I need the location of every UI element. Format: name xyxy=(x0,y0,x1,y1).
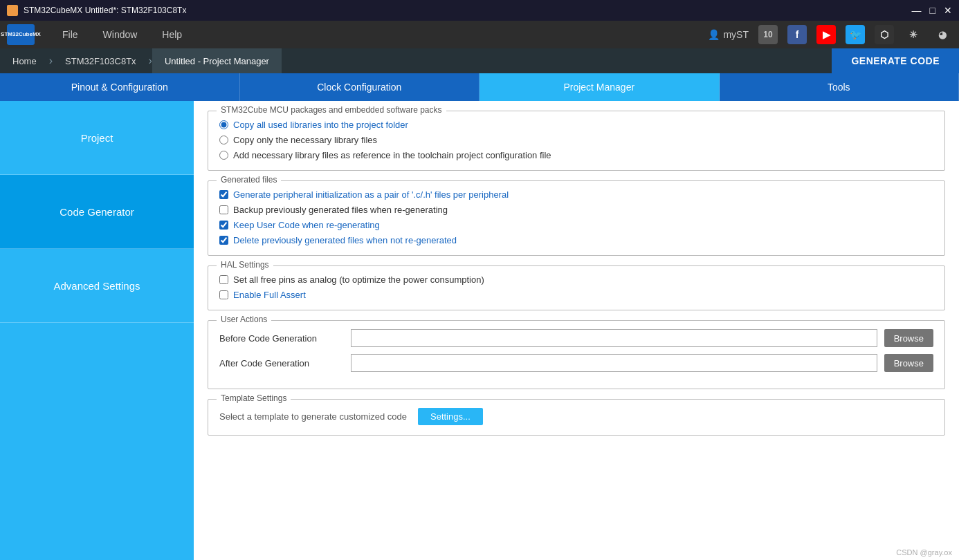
gen-check-3-row: Keep User Code when re-generating xyxy=(219,220,933,230)
sidebar-item-codegen[interactable]: Code Generator xyxy=(0,175,194,249)
myst-button[interactable]: 👤 myST xyxy=(708,29,749,40)
gen-check-1-label: Generate peripheral initialization as a … xyxy=(233,189,509,200)
extra-icon[interactable]: ◕ xyxy=(933,25,952,44)
before-codegen-label: Before Code Generation xyxy=(219,333,344,344)
github-icon[interactable]: ⬡ xyxy=(875,25,894,44)
mcu-radio-2[interactable] xyxy=(219,136,228,144)
watermark: CSDN @gray.ox xyxy=(896,548,952,557)
menu-help[interactable]: Help xyxy=(151,26,193,44)
user-actions-title: User Actions xyxy=(217,315,271,324)
user-icon: 👤 xyxy=(708,29,720,40)
breadcrumb-home[interactable]: Home xyxy=(0,48,49,73)
gen-check-3-label: Keep User Code when re-generating xyxy=(233,220,380,230)
hal-check-2-row: Enable Full Assert xyxy=(219,290,933,300)
hal-section-title: HAL Settings xyxy=(217,260,273,270)
menu-bar: STM32 CubeMX File Window Help 👤 myST 10 … xyxy=(0,21,959,48)
before-browse-button[interactable]: Browse xyxy=(884,329,933,347)
generated-files-section: Generated files Generate peripheral init… xyxy=(208,180,945,256)
before-codegen-input[interactable] xyxy=(351,329,877,347)
main-layout: Project Code Generator Advanced Settings… xyxy=(0,101,959,560)
hal-checkbox-2[interactable] xyxy=(219,290,228,299)
gen-check-4-row: Delete previously generated files when n… xyxy=(219,235,933,245)
hal-check-1-row: Set all free pins as analog (to optimize… xyxy=(219,274,933,285)
template-settings-title: Template Settings xyxy=(217,393,291,403)
mcu-radio-1[interactable] xyxy=(219,120,228,129)
after-browse-button[interactable]: Browse xyxy=(884,354,933,372)
generate-code-button[interactable]: GENERATE CODE xyxy=(832,48,959,73)
gen-checkbox-1[interactable] xyxy=(219,190,228,199)
version-icon: 10 xyxy=(758,25,778,44)
sidebar-advanced-label: Advanced Settings xyxy=(53,280,140,292)
after-codegen-input[interactable] xyxy=(351,354,877,372)
gen-check-1-row: Generate peripheral initialization as a … xyxy=(219,189,933,200)
sidebar: Project Code Generator Advanced Settings xyxy=(0,101,194,560)
mcu-radio-3[interactable] xyxy=(219,151,228,160)
mcu-packages-section: STM32Cube MCU packages and embedded soft… xyxy=(208,111,945,171)
app-logo-icon xyxy=(7,5,18,16)
breadcrumb-bar: Home › STM32F103C8Tx › Untitled - Projec… xyxy=(0,48,959,73)
tab-bar: Pinout & Configuration Clock Configurati… xyxy=(0,73,959,101)
template-settings-button[interactable]: Settings... xyxy=(418,408,483,425)
tab-tools[interactable]: Tools xyxy=(720,73,960,101)
facebook-icon[interactable]: f xyxy=(787,25,807,44)
minimize-button[interactable]: — xyxy=(912,5,922,16)
after-codegen-label: After Code Generation xyxy=(219,358,344,368)
tab-project[interactable]: Project Manager xyxy=(480,73,720,101)
gen-check-4-label: Delete previously generated files when n… xyxy=(233,235,457,245)
breadcrumb-project[interactable]: Untitled - Project Manager xyxy=(152,48,282,73)
user-actions-section: User Actions Before Code Generation Brow… xyxy=(208,320,945,389)
sidebar-codegen-label: Code Generator xyxy=(60,206,134,218)
menu-file[interactable]: File xyxy=(51,26,89,44)
template-settings-section: Template Settings Select a template to g… xyxy=(208,399,945,436)
app-logo: STM32 CubeMX xyxy=(7,24,35,45)
logo-text-line2: CubeMX xyxy=(19,32,41,38)
title-bar-controls: — □ ✕ xyxy=(912,5,952,16)
hal-check-2-label: Enable Full Assert xyxy=(233,290,306,300)
template-label: Select a template to generate customized… xyxy=(219,411,407,422)
spark-icon[interactable]: ✳ xyxy=(904,25,923,44)
gen-check-2-label: Backup previously generated files when r… xyxy=(233,205,448,215)
title-bar-text: STM32CubeMX Untitled*: STM32F103C8Tx xyxy=(24,6,186,15)
myst-label: myST xyxy=(723,29,749,40)
mcu-section-title: STM32Cube MCU packages and embedded soft… xyxy=(217,105,446,115)
mcu-option-2-label: Copy only the necessary library files xyxy=(233,135,377,145)
mcu-option-1-row: Copy all used libraries into the project… xyxy=(219,120,933,130)
gen-checkbox-2[interactable] xyxy=(219,205,228,214)
maximize-button[interactable]: □ xyxy=(930,5,935,16)
stm32-logo: STM32 CubeMX xyxy=(7,24,35,45)
twitter-icon[interactable]: 🐦 xyxy=(846,25,865,44)
mcu-option-3-label: Add necessary library files as reference… xyxy=(233,150,551,160)
tab-clock[interactable]: Clock Configuration xyxy=(240,73,480,101)
hal-settings-section: HAL Settings Set all free pins as analog… xyxy=(208,265,945,310)
gen-check-2-row: Backup previously generated files when r… xyxy=(219,205,933,215)
tab-pinout[interactable]: Pinout & Configuration xyxy=(0,73,240,101)
content-area: STM32Cube MCU packages and embedded soft… xyxy=(194,101,959,560)
after-codegen-row: After Code Generation Browse xyxy=(219,354,933,372)
sidebar-item-project[interactable]: Project xyxy=(0,101,194,175)
mcu-option-1-label: Copy all used libraries into the project… xyxy=(233,120,408,130)
template-row: Select a template to generate customized… xyxy=(219,408,933,425)
mcu-option-3-row: Add necessary library files as reference… xyxy=(219,150,933,160)
mcu-option-2-row: Copy only the necessary library files xyxy=(219,135,933,145)
gen-checkbox-3[interactable] xyxy=(219,221,228,230)
hal-checkbox-1[interactable] xyxy=(219,275,228,284)
title-bar: STM32CubeMX Untitled*: STM32F103C8Tx — □… xyxy=(0,0,959,21)
youtube-icon[interactable]: ▶ xyxy=(816,25,836,44)
hal-check-1-label: Set all free pins as analog (to optimize… xyxy=(233,274,484,285)
generated-files-title: Generated files xyxy=(217,175,281,185)
menu-window[interactable]: Window xyxy=(92,26,149,44)
sidebar-item-advanced[interactable]: Advanced Settings xyxy=(0,249,194,323)
menu-right-area: 👤 myST 10 f ▶ 🐦 ⬡ ✳ ◕ xyxy=(708,25,952,44)
breadcrumb-device[interactable]: STM32F103C8Tx xyxy=(53,48,149,73)
before-codegen-row: Before Code Generation Browse xyxy=(219,329,933,347)
close-button[interactable]: ✕ xyxy=(944,5,952,16)
sidebar-project-label: Project xyxy=(81,132,113,144)
gen-checkbox-4[interactable] xyxy=(219,236,228,245)
logo-text-line1: STM32 xyxy=(1,32,19,38)
